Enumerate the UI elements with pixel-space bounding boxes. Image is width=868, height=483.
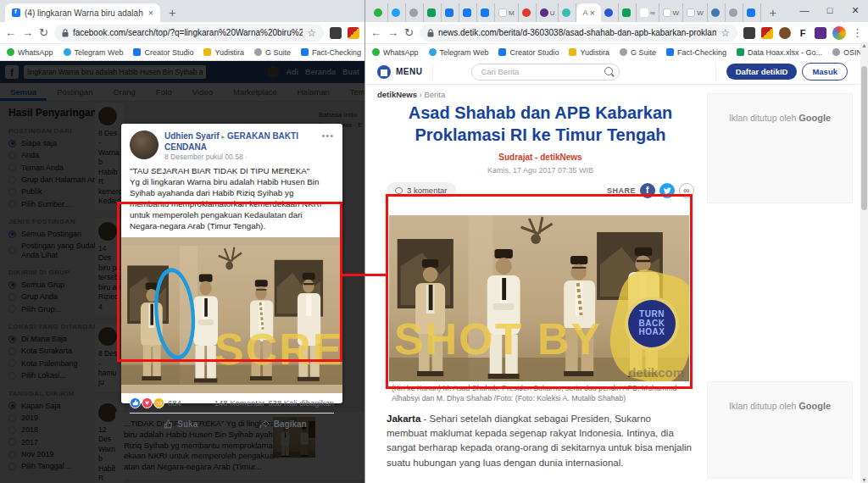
browser-tab[interactable]	[388, 3, 406, 22]
bookmark-favicon	[203, 48, 211, 56]
extension-icon[interactable]: F	[797, 27, 809, 39]
profile-avatar[interactable]	[832, 26, 846, 40]
google-logo-text: Google	[798, 401, 831, 411]
article-photo[interactable]: SHOT BY TURN BACK HOAX detikcom	[389, 215, 689, 381]
bookmark-item[interactable]: Yudistira	[203, 48, 244, 57]
active-browser-tab[interactable]: A ×	[576, 3, 600, 22]
browser-tab[interactable]	[726, 3, 743, 22]
facebook-page: f Adi Beranda Buat SemuaPostinganOrangFo…	[0, 61, 364, 483]
breadcrumb-section[interactable]: Berita	[424, 90, 445, 99]
close-window-button[interactable]: ✕	[843, 0, 868, 22]
minimize-button[interactable]: —	[792, 0, 817, 22]
bookmark-item[interactable]: Telegram Web	[64, 48, 124, 57]
bookmarks-bar-right: WhatsApp Telegram Web Creator Studio Yud…	[365, 44, 868, 61]
share-facebook-icon[interactable]: f	[640, 183, 655, 198]
browser-tab[interactable]: U	[537, 3, 559, 22]
browser-tab-facebook[interactable]: (4) lingkaran Warna biru adalah ×	[5, 3, 160, 22]
forward-icon[interactable]: →	[387, 26, 398, 39]
scrollbar-thumb[interactable]	[861, 66, 867, 210]
close-tab-icon[interactable]: ×	[148, 8, 153, 18]
browser-tab[interactable]	[559, 3, 576, 22]
bookmark-item[interactable]: WhatsApp	[7, 48, 53, 57]
bookmark-item[interactable]: Yudistira	[569, 48, 609, 57]
like-reaction-icon[interactable]	[130, 397, 141, 408]
post-timestamp[interactable]: 8 Desember pukul 00.58 ·	[164, 153, 315, 161]
browser-tab[interactable]	[708, 3, 726, 22]
bookmark-item[interactable]: Data Hoax.xlsx - Go...	[737, 48, 822, 57]
scroll-down-arrow[interactable]: ▼	[860, 477, 868, 483]
close-tab-icon[interactable]: ×	[589, 8, 594, 18]
reload-icon[interactable]: ↻	[404, 26, 414, 39]
toolbar-left: ← → ↻ facebook.com/search/top/?q=lingkar…	[0, 22, 364, 44]
browser-tab[interactable]: W	[683, 3, 708, 22]
scrollbar[interactable]: ▲ ▼	[860, 42, 868, 483]
bookmark-item[interactable]: G Suite	[620, 48, 656, 57]
browser-tab[interactable]: ∞	[637, 3, 659, 22]
browser-tab[interactable]	[370, 3, 388, 22]
browser-tab[interactable]	[459, 3, 477, 22]
extension-icon[interactable]	[815, 27, 826, 39]
search-icon[interactable]	[604, 67, 615, 77]
menu-dots-icon[interactable]: ⋮	[852, 26, 863, 39]
like-button[interactable]: Suka	[130, 414, 232, 435]
browser-tab[interactable]: M	[495, 3, 519, 22]
site-search-input[interactable]	[471, 64, 620, 80]
browser-tab[interactable]	[519, 3, 537, 22]
back-icon[interactable]: ←	[5, 26, 16, 39]
url-text: news.detik.com/berita/d-3603038/asad-sha…	[438, 28, 716, 37]
reaction-count[interactable]: 684	[168, 398, 181, 408]
extension-icon[interactable]	[743, 27, 755, 39]
breadcrumb-site[interactable]: detikNews	[377, 90, 417, 99]
menu-button[interactable]: MENU	[377, 65, 433, 79]
new-tab-button[interactable]: +	[770, 6, 776, 22]
bookmark-item[interactable]: Fact-Checking	[666, 48, 726, 57]
post-menu-icon[interactable]: •••	[321, 130, 334, 161]
browser-tab[interactable]	[406, 3, 424, 22]
login-button[interactable]: Masuk	[802, 63, 848, 80]
share-link-icon[interactable]: ∞	[679, 183, 694, 198]
back-icon[interactable]: ←	[370, 26, 381, 39]
extension-icon[interactable]	[348, 27, 359, 39]
share-twitter-icon[interactable]	[659, 183, 675, 198]
extension-icon[interactable]	[779, 27, 791, 39]
browser-tab[interactable]: W	[659, 3, 684, 22]
bookmark-item[interactable]: Fact-Checking	[301, 48, 361, 57]
bookmark-favicon	[666, 48, 674, 56]
post-photo[interactable]: SCREE	[121, 237, 342, 393]
love-reaction-icon[interactable]: ♥	[142, 397, 153, 408]
post-author[interactable]: Udhien Syarif	[164, 131, 219, 141]
bookmark-item[interactable]: Creator Studio	[133, 48, 193, 57]
forward-icon[interactable]: →	[22, 26, 33, 39]
shares-count[interactable]: 638 Kali dibagikan	[268, 398, 334, 408]
extension-icon[interactable]	[330, 27, 342, 39]
scroll-up-arrow[interactable]: ▲	[860, 42, 868, 48]
url-bar[interactable]: news.detik.com/berita/d-3603038/asad-sha…	[420, 25, 737, 42]
lock-icon	[62, 29, 69, 37]
bookmark-item[interactable]: Creator Studio	[498, 48, 559, 57]
bookmark-item[interactable]: G Suite	[254, 48, 291, 57]
url-bar[interactable]: facebook.com/search/top/?q=lingkaran%20W…	[54, 25, 324, 42]
new-tab-button[interactable]: +	[169, 6, 175, 22]
browser-tab[interactable]	[619, 3, 637, 22]
browser-tab[interactable]	[477, 3, 495, 22]
reload-icon[interactable]: ↻	[39, 26, 48, 39]
signup-button[interactable]: Daftar detikID	[726, 64, 798, 80]
comments-button[interactable]: 3 komentar	[387, 182, 456, 198]
share-button[interactable]: Bagikan	[232, 414, 335, 435]
bookmark-star-icon[interactable]: ☆	[721, 27, 730, 39]
comments-count[interactable]: 148 Komentar	[214, 398, 265, 408]
bookmark-star-icon[interactable]: ☆	[307, 27, 316, 39]
maximize-button[interactable]: □	[817, 0, 843, 22]
bookmark-item[interactable]: WhatsApp	[372, 48, 419, 57]
browser-tab[interactable]	[601, 3, 619, 22]
browser-tab[interactable]	[424, 3, 442, 22]
browser-tab[interactable]	[442, 3, 459, 22]
tab-favicon	[640, 8, 648, 17]
browser-tab[interactable]	[743, 3, 761, 22]
post-author-avatar[interactable]	[130, 130, 159, 159]
wow-reaction-icon[interactable]: :o	[153, 397, 164, 408]
bookmark-item[interactable]: Telegram Web	[429, 48, 489, 57]
detik-page: MENU Daftar detikID Masuk detikNews › Be…	[365, 59, 868, 483]
extension-icon[interactable]	[761, 27, 773, 39]
article-byline[interactable]: Sudrajat - detikNews	[387, 153, 694, 162]
